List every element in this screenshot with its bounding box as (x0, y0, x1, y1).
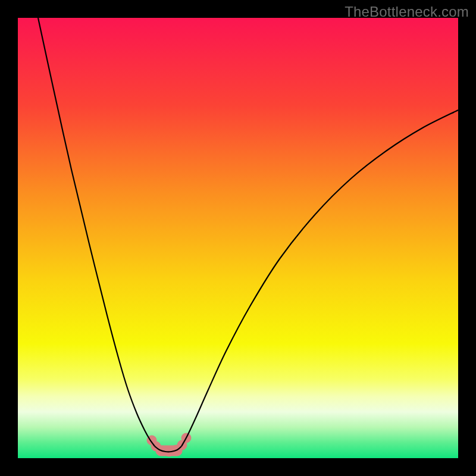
plot-frame (18, 18, 458, 458)
plot-curves (18, 18, 458, 458)
curve-left (38, 18, 155, 446)
watermark-text: TheBottleneck.com (345, 4, 469, 20)
curve-right (181, 110, 458, 446)
